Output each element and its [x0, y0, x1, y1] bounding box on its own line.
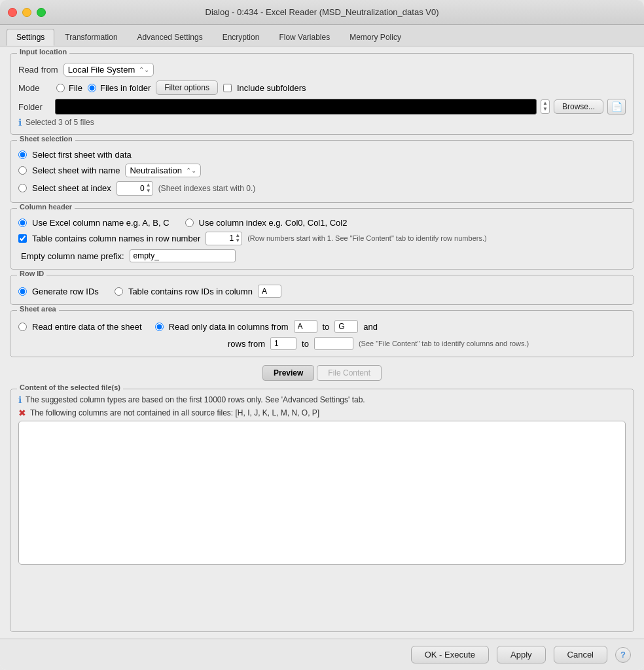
- folder-spinner[interactable]: ▲ ▼: [541, 99, 550, 114]
- apply-button[interactable]: Apply: [497, 646, 546, 663]
- tab-transformation[interactable]: Transformation: [56, 29, 126, 45]
- preview-tabs-row: Preview File Content: [10, 365, 634, 381]
- input-location-section: Input location Read from Local File Syst…: [10, 53, 634, 135]
- column-header-section: Column header Use Excel column name e.g.…: [10, 208, 634, 270]
- tabs-bar: Settings Transformation Advanced Setting…: [0, 25, 644, 46]
- sheet-selection-section: Sheet selection Select first sheet with …: [10, 140, 634, 203]
- tab-flow-variables[interactable]: Flow Variables: [270, 29, 339, 45]
- window-title: Dialog - 0:434 - Excel Reader (MSD_Neutr…: [206, 7, 439, 17]
- include-subfolders-checkbox[interactable]: [223, 84, 232, 92]
- mode-file-label: File: [69, 83, 82, 93]
- mode-folder-label: Files in folder: [100, 83, 151, 93]
- area-cols-radio[interactable]: [155, 323, 164, 331]
- file-icon[interactable]: 📄: [607, 99, 626, 115]
- close-button[interactable]: [8, 8, 17, 17]
- row-number-spinner[interactable]: ▲ ▼: [206, 232, 242, 246]
- sheet-selection-title: Sheet selection: [17, 135, 75, 143]
- sheet-first-radio[interactable]: [18, 150, 27, 159]
- col-header-option1-row: Use Excel column name e.g. A, B, C Use c…: [18, 218, 626, 228]
- mode-file-radio-group: File: [56, 83, 82, 93]
- sheet-name-dropdown-arrow: ⌃⌄: [186, 167, 196, 174]
- row-id-section: Row ID Generate row IDs Table contains r…: [10, 275, 634, 305]
- read-from-row: Read from Local File System ⌃⌄: [18, 63, 626, 77]
- ok-execute-button[interactable]: OK - Execute: [411, 646, 489, 663]
- col-index-label: Use column index e.g. Col0, Col1, Col2: [199, 218, 348, 228]
- sheet-option3-row: Select sheet at index ▲ ▼ (Sheet indexes…: [18, 181, 626, 196]
- folder-row: Folder ▲ ▼ Browse... 📄: [18, 99, 626, 115]
- filter-options-button[interactable]: Filter options: [156, 80, 218, 95]
- bottom-bar: OK - Execute Apply Cancel ?: [0, 639, 644, 670]
- to-label: to: [323, 322, 330, 332]
- rows-from-label: rows from: [228, 339, 265, 349]
- file-content-button[interactable]: File Content: [317, 365, 382, 381]
- rows-to-label: to: [302, 339, 309, 349]
- row-from-input[interactable]: [270, 337, 296, 350]
- area-cols-label: Read only data in columns from: [169, 322, 289, 332]
- sheet-name-value: Neutralisation: [130, 166, 182, 175]
- browse-button[interactable]: Browse...: [554, 99, 603, 114]
- sheet-name-dropdown[interactable]: Neutralisation ⌃⌄: [125, 164, 201, 177]
- col-contains-row: Table contains column names in row numbe…: [18, 232, 626, 246]
- content-section-title: Content of the selected file(s): [17, 383, 123, 391]
- sheet-index-spin-arrows[interactable]: ▲ ▼: [146, 183, 151, 194]
- sheet-index-spinner[interactable]: ▲ ▼: [116, 181, 153, 196]
- row-number-input[interactable]: [207, 234, 234, 243]
- row-id-title: Row ID: [17, 270, 46, 277]
- prefix-row: Empty column name prefix:: [18, 249, 626, 262]
- minimize-button[interactable]: [22, 8, 31, 17]
- row-number-hint: (Row numbers start with 1. See "File Con…: [247, 234, 486, 242]
- folder-spin-arrows[interactable]: ▲ ▼: [543, 101, 548, 113]
- row-to-input[interactable]: [314, 337, 353, 350]
- preview-button[interactable]: Preview: [262, 365, 314, 381]
- row-number-spin-arrows[interactable]: ▲ ▼: [235, 233, 240, 245]
- area-all-radio[interactable]: [18, 323, 27, 331]
- rowid-column-radio[interactable]: [115, 287, 123, 296]
- sheet-name-label: Select sheet with name: [32, 166, 120, 175]
- sheet-area-title: Sheet area: [17, 305, 59, 313]
- info-icon: ℹ: [18, 117, 22, 128]
- mode-file-radio[interactable]: [56, 84, 65, 92]
- traffic-lights: [8, 8, 46, 17]
- col-to-input[interactable]: [334, 320, 358, 333]
- folder-label: Folder: [18, 102, 51, 112]
- col-contains-checkbox[interactable]: [18, 234, 27, 243]
- prefix-input[interactable]: [130, 249, 236, 262]
- col-index-radio[interactable]: [185, 219, 194, 227]
- file-info-row: ℹ Selected 3 of 5 files: [18, 117, 626, 128]
- read-from-label: Read from: [18, 65, 58, 75]
- help-button[interactable]: ?: [615, 647, 631, 663]
- alert-info-text: The suggested column types are based on …: [26, 395, 365, 404]
- rowid-column-label: Table contains row IDs in column: [128, 287, 253, 296]
- prefix-label: Empty column name prefix:: [21, 251, 124, 261]
- sheet-option2-row: Select sheet with name Neutralisation ⌃⌄: [18, 164, 626, 177]
- content-data-area: [18, 421, 626, 565]
- sheet-index-input[interactable]: [118, 184, 145, 193]
- mode-row: Mode File Files in folder Filter options…: [18, 80, 626, 95]
- mode-folder-radio[interactable]: [88, 84, 96, 92]
- sheet-area-section: Sheet area Read entire data of the sheet…: [10, 310, 634, 357]
- read-from-dropdown[interactable]: Local File System ⌃⌄: [63, 63, 154, 77]
- rowid-column-input[interactable]: [258, 285, 281, 298]
- dropdown-arrow-icon: ⌃⌄: [139, 66, 149, 73]
- maximize-button[interactable]: [37, 8, 46, 17]
- alert-error-text: The following columns are not contained …: [30, 408, 319, 417]
- file-info-text: Selected 3 of 5 files: [26, 118, 94, 127]
- sheet-name-radio[interactable]: [18, 166, 27, 175]
- tab-settings[interactable]: Settings: [7, 29, 54, 46]
- sheet-area-cols-row: Read entire data of the sheet Read only …: [18, 320, 626, 333]
- tab-advanced-settings[interactable]: Advanced Settings: [128, 29, 212, 45]
- row-hint: (See "File Content" tab to identify colu…: [359, 340, 529, 347]
- include-subfolders-label: Include subfolders: [237, 83, 306, 93]
- rowid-generate-radio[interactable]: [18, 287, 27, 296]
- read-from-value: Local File System: [68, 65, 135, 75]
- cancel-button[interactable]: Cancel: [554, 646, 607, 663]
- tab-encryption[interactable]: Encryption: [213, 29, 269, 45]
- folder-input[interactable]: [55, 99, 537, 115]
- mode-folder-radio-group: Files in folder: [88, 83, 151, 93]
- sheet-index-radio[interactable]: [18, 184, 27, 192]
- and-label: and: [363, 322, 378, 332]
- col-from-input[interactable]: [294, 320, 317, 333]
- col-excel-radio[interactable]: [18, 219, 27, 227]
- column-header-title: Column header: [17, 203, 75, 211]
- tab-memory-policy[interactable]: Memory Policy: [340, 29, 410, 45]
